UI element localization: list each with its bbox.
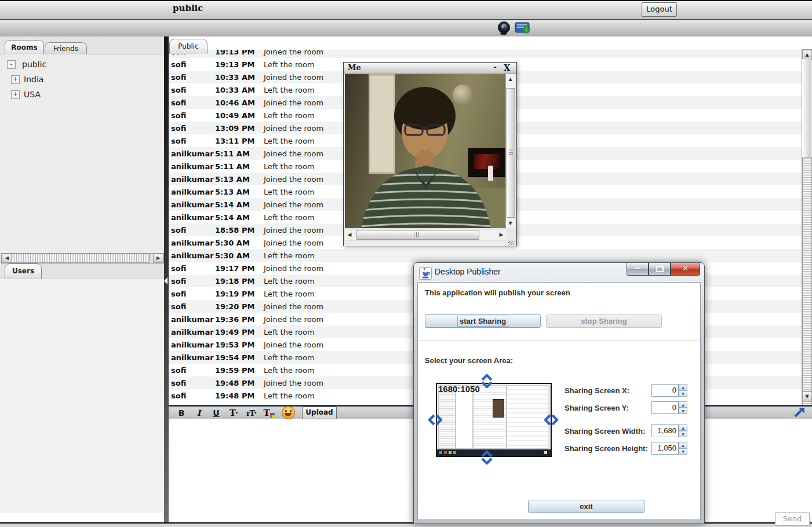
video-window-status-bar [344,240,516,246]
tree-item-public[interactable]: public [22,60,46,69]
chat-action-text: Joined the room [264,341,323,349]
scroll-up-arrow[interactable]: ▲ [507,75,514,83]
scrollbar-thumb[interactable] [507,88,515,218]
format-button[interactable]: ᴛT▾ [243,407,258,419]
tab-public-chat[interactable]: Public [169,39,207,54]
chat-user-name: anilkumar [169,315,215,324]
tree-expander-public[interactable]: - [7,60,16,69]
stop-sharing-button[interactable]: stop Sharing [546,314,662,328]
resize-handle-right[interactable] [544,413,559,426]
format-button[interactable]: I▾ [191,407,206,419]
dialog-description: This application will publish your scree… [425,288,570,297]
chat-vertical-scrollbar[interactable]: ▲ ▼ [802,49,812,402]
scrollbar-thumb[interactable] [11,254,150,263]
scrollbar-thumb[interactable] [356,230,479,240]
chat-user-name: sofi [169,98,215,107]
tab-users[interactable]: Users [5,264,42,279]
video-vertical-scrollbar[interactable]: ▲ ▼ [505,74,515,228]
close-button[interactable]: ✕ [671,263,700,276]
spinner-input[interactable]: 0 [651,384,679,397]
start-sharing-button[interactable]: start Sharing [425,314,541,328]
spinner-up-button[interactable]: ▲ [679,442,687,448]
chevron-right-icon [551,413,559,426]
collapse-arrow-icon[interactable] [164,277,168,284]
spinner-up-button[interactable]: ▲ [679,424,687,431]
sidebar-horizontal-scrollbar[interactable]: ◀ ▶ [1,253,164,264]
resize-grip-icon[interactable] [508,241,515,246]
video-horizontal-scrollbar[interactable]: ◀ ▶ [345,229,507,240]
chat-action-text: Left the room [264,391,315,400]
scroll-up-arrow[interactable]: ▲ [802,50,812,60]
chat-action-text: Joined the room [264,73,323,82]
chat-timestamp: 19:13 PM [215,60,264,69]
tree-item-india[interactable]: India [24,75,43,84]
chat-timestamp: 5:13 AM [215,175,264,184]
minimize-button[interactable]: - [494,63,497,71]
chat-timestamp: 19:48 PM [215,379,264,387]
resize-handle-left[interactable] [428,413,443,426]
format-button[interactable]: U▾ [209,407,224,419]
webcam-video-feed [345,74,507,228]
chat-log-row: anilkumar 5:30 AM Left the room [169,249,802,262]
chat-user-name: anilkumar [169,188,215,196]
chat-timestamp: 19:18 PM [215,277,264,286]
tree-expander-india[interactable]: + [11,75,20,84]
chat-timestamp: 19:59 PM [215,366,264,375]
chat-timestamp: 19:54 PM [215,353,264,362]
spinner-row: Sharing Screen X: 0 ▲ ▼ [565,384,695,397]
scroll-down-arrow[interactable]: ▼ [507,219,514,228]
spinner-input[interactable]: 1,050 [651,442,679,455]
spinner-down-button[interactable]: ▼ [679,431,687,437]
format-button[interactable]: T▾ [226,407,241,419]
spinner-row: Sharing Screen Width: 1,680 ▲ ▼ [565,424,695,437]
chat-action-text: Left the room [264,366,315,375]
select-area-label: Select your screen Area: [425,356,513,365]
scroll-right-arrow[interactable]: ▶ [498,230,505,239]
scroll-left-arrow[interactable]: ◀ [346,230,353,239]
tab-friends[interactable]: Friends [45,42,87,54]
tab-rooms[interactable]: Rooms [5,40,44,54]
resize-handle-bottom[interactable] [480,450,493,465]
chat-user-name: sofi [169,124,215,133]
screen-preview-thumbnail[interactable]: 1680:1050 [436,383,552,457]
format-button[interactable]: T▾ [261,407,276,419]
scroll-right-arrow[interactable]: ▶ [153,254,163,263]
webcam-window[interactable]: Me - X [343,62,517,246]
exit-button[interactable]: exit [528,500,644,513]
upload-button[interactable]: Upload [302,407,337,419]
dialog-title-bar[interactable]: Desktop Publisher — ✕ [414,263,704,282]
scroll-down-arrow[interactable]: ▼ [802,391,812,401]
send-button[interactable]: Send [775,512,810,526]
webcam-icon[interactable] [497,21,511,35]
room-title: public [173,3,203,13]
logout-button[interactable]: Logout [642,2,677,17]
screen-share-icon[interactable] [515,22,531,34]
scrollbar-thumb[interactable] [802,158,812,409]
minimize-button[interactable]: — [627,263,649,276]
chat-user-name: sofi [169,86,215,94]
panel-divider[interactable] [164,36,169,522]
chat-user-name: anilkumar [169,353,215,362]
expand-arrow-icon[interactable] [792,406,806,419]
close-button[interactable]: X [504,63,510,72]
chat-action-text: Joined the room [264,98,323,107]
sharing-fields: Sharing Screen X: 0 ▲ ▼ Sharing Screen Y… [565,384,695,455]
spinner-up-button[interactable]: ▲ [679,384,687,390]
spinner-up-button[interactable]: ▲ [679,401,687,408]
resize-handle-top[interactable] [480,374,493,389]
emoji-smile-icon[interactable] [282,406,295,419]
maximize-button[interactable] [649,263,671,276]
spinner-down-button[interactable]: ▼ [679,390,687,397]
spinner-down-button[interactable]: ▼ [679,448,687,455]
tree-expander-usa[interactable]: + [11,90,20,99]
tree-item-usa[interactable]: USA [24,90,41,99]
webcam-window-title-bar[interactable]: Me - X [344,63,516,74]
spinner-down-button[interactable]: ▼ [679,408,687,414]
spinner-input[interactable]: 0 [651,401,679,414]
chat-user-name: sofi [169,60,215,69]
chat-timestamp: 5:30 AM [215,251,264,260]
spinner-input[interactable]: 1,680 [651,424,679,437]
format-button[interactable]: B▾ [174,407,189,419]
desktop-publisher-dialog[interactable]: Desktop Publisher — ✕ This application w… [413,262,705,524]
chat-action-text: Joined the room [264,302,323,311]
